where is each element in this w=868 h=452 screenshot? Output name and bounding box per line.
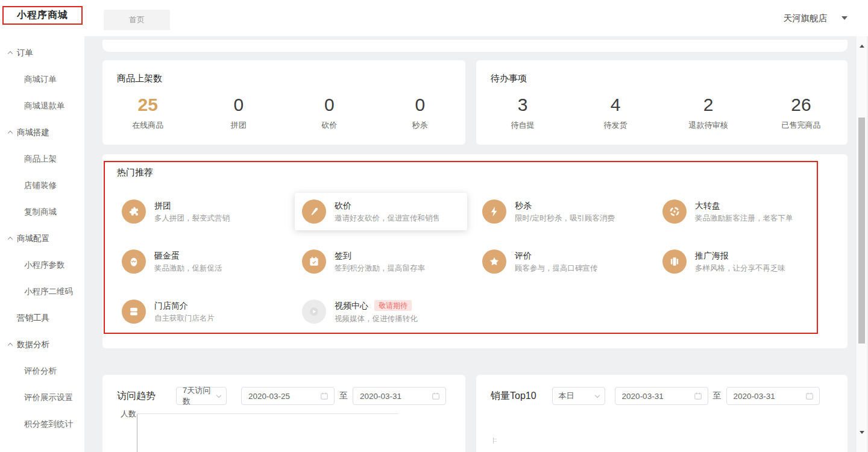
visit-date-from[interactable]: 2020-03-25	[241, 387, 335, 405]
main-content: 商品上架数 25 在线商品 0 拼团 0 砍价 0 秒杀	[84, 36, 868, 452]
stat-label: 在线商品	[102, 120, 193, 131]
hot-item-golden-egg[interactable]: 砸金蛋 奖品激励，促新促活	[115, 243, 287, 280]
sidebar-item-miniprogram-params[interactable]: 小程序参数	[0, 252, 84, 278]
sidebar-group-orders[interactable]: 订单	[0, 40, 84, 66]
sidebar-item-copy-mall[interactable]: 复制商城	[0, 199, 84, 225]
hot-item-desc: 奖品激励新客注册，老客下单	[695, 215, 793, 222]
sidebar-item-label: 小程序参数	[24, 260, 65, 271]
scroll-down-arrow[interactable]	[857, 431, 867, 434]
sidebar-item-review-analysis[interactable]: 评价分析	[0, 358, 84, 385]
sidebar-item-mall-refunds[interactable]: 商城退款单	[0, 93, 84, 119]
sidebar-item-marketing-tools[interactable]: 营销工具	[0, 305, 84, 331]
date-value: 2020-03-31	[734, 392, 775, 401]
sidebar-item-label: 商城订单	[24, 74, 57, 85]
chart-y-axis	[137, 413, 137, 452]
hot-item-title: 秒杀	[515, 201, 532, 210]
hot-item-desc: 奖品激励，促新促活	[154, 265, 222, 272]
stat-label: 退款待审核	[662, 120, 755, 131]
visit-range-select[interactable]: 7天访问数	[176, 387, 227, 405]
sales-date-to[interactable]: 2020-03-31	[726, 387, 820, 405]
visit-date-to[interactable]: 2020-03-31	[353, 387, 446, 405]
chevron-up-icon	[8, 131, 13, 136]
hot-item-bargain[interactable]: 砍价 邀请好友砍价，促进宣传和销售	[295, 193, 467, 230]
sidebar-item-label: 数据分析	[17, 339, 49, 350]
hot-item-lucky-wheel[interactable]: 大转盘 奖品激励新客注册，老客下单	[655, 193, 828, 230]
chevron-down-icon	[594, 392, 599, 397]
hot-item-promo-poster[interactable]: 推广海报 多样风格，让分享不再乏味	[655, 243, 828, 280]
hot-item-title: 大转盘	[695, 201, 720, 210]
date-to-label: 至	[339, 391, 348, 401]
scrollbar[interactable]	[857, 36, 867, 452]
hot-item-desc: 邀请好友砍价，促进宣传和销售	[335, 215, 440, 222]
sidebar-item-miniprogram-qrcode[interactable]: 小程序二维码	[0, 278, 84, 305]
card-title: 待办事项	[476, 60, 848, 84]
stat-value: 4	[569, 95, 662, 115]
chevron-up-icon	[8, 51, 13, 56]
sidebar-group-mall-config[interactable]: 商城配置	[0, 225, 84, 252]
stat-label: 待发货	[569, 120, 662, 131]
y-axis-label: 人数	[121, 409, 136, 419]
hot-item-check-in[interactable]: 签到 签到积分激励，提高留存率	[295, 243, 467, 280]
hot-item-desc: 多样风格，让分享不再乏味	[695, 265, 785, 272]
sidebar: 小程序商城 订单 商城订单 商城退款单 商城搭建 商品上架 店铺装修	[0, 0, 84, 452]
puzzle-icon	[122, 199, 146, 224]
tab-home-label: 首页	[129, 14, 145, 25]
hot-item-flash-sale[interactable]: 秒杀 限时/定时秒杀，吸引顾客消费	[475, 193, 647, 230]
star-icon	[482, 250, 506, 274]
top-header: 首页 天河旗舰店	[84, 0, 868, 36]
stat-flash-sale: 0 秒杀	[375, 95, 466, 131]
hot-item-desc: 限时/定时秒杀，吸引顾客消费	[515, 215, 615, 222]
tab-home[interactable]: 首页	[104, 10, 170, 30]
stat-value: 26	[755, 95, 848, 115]
hot-item-title: 评价	[515, 251, 532, 260]
stat-online-products: 25 在线商品	[102, 95, 193, 131]
sidebar-item-mall-orders[interactable]: 商城订单	[0, 66, 84, 93]
chevron-up-icon	[8, 237, 13, 242]
stat-label: 已售完商品	[755, 120, 848, 131]
stat-label: 待自提	[476, 120, 569, 131]
calendar-icon	[432, 392, 440, 400]
card-title: 销量Top10	[491, 390, 536, 403]
sidebar-group-data-analysis[interactable]: 数据分析	[0, 331, 84, 358]
sidebar-item-label: 复制商城	[24, 207, 57, 218]
sales-date-from[interactable]: 2020-03-31	[615, 387, 708, 405]
sidebar-item-label: 积分签到统计	[24, 419, 73, 430]
stat-label: 秒杀	[375, 120, 466, 131]
stat-value: 0	[284, 95, 375, 115]
triangle-up-icon	[860, 45, 864, 48]
poster-icon	[662, 250, 687, 274]
sidebar-item-review-display-settings[interactable]: 评价展示设置	[0, 385, 84, 411]
hot-item-review[interactable]: 评价 顾客参与，提高口碑宣传	[475, 243, 647, 280]
sidebar-group-mall-setup[interactable]: 商城搭建	[0, 119, 84, 146]
scrollbar-thumb[interactable]	[858, 118, 865, 344]
hot-item-group-buy[interactable]: 拼团 多人拼团，裂变式营销	[115, 193, 287, 230]
date-value: 2020-03-31	[360, 392, 401, 401]
storefront-icon	[122, 300, 146, 324]
sales-range-select[interactable]: 本日	[552, 387, 605, 405]
date-value: 2020-03-25	[248, 392, 290, 401]
sidebar-item-product-listing[interactable]: 商品上架	[0, 146, 84, 172]
hot-item-desc: 自主获取门店名片	[154, 315, 215, 322]
coming-soon-badge: 敬请期待	[374, 300, 412, 311]
sidebar-item-points-checkin-stats[interactable]: 积分签到统计	[0, 411, 84, 438]
wheel-icon	[662, 199, 687, 224]
visit-trend-card: 访问趋势 7天访问数 2020-03-25 至 2020-03-31 人数	[102, 375, 465, 452]
scroll-up-arrow[interactable]	[857, 45, 867, 48]
hot-item-store-profile[interactable]: 门店简介 自主获取门店名片	[115, 293, 287, 330]
sidebar-item-label: 小程序二维码	[24, 286, 73, 297]
hot-item-title: 砸金蛋	[154, 251, 180, 260]
store-switcher[interactable]: 天河旗舰店	[784, 0, 848, 36]
calendar-icon	[694, 392, 702, 400]
calendar-check-icon	[302, 250, 326, 274]
hot-item-video-center[interactable]: 视频中心 敬请期待 视频媒体，促进传播转化	[295, 293, 467, 330]
sidebar-item-label: 商品上架	[24, 154, 57, 165]
product-listing-card: 商品上架数 25 在线商品 0 拼团 0 砍价 0 秒杀	[102, 60, 465, 145]
stat-pending-pickup: 3 待自提	[476, 95, 569, 131]
chevron-down-icon	[216, 392, 221, 397]
stats-row: 25 在线商品 0 拼团 0 砍价 0 秒杀	[102, 95, 465, 131]
sidebar-item-shop-decoration[interactable]: 店铺装修	[0, 172, 84, 199]
sidebar-item-label: 店铺装修	[24, 180, 57, 191]
sidebar-item-label: 订单	[17, 48, 33, 58]
todo-card: 待办事项 3 待自提 4 待发货 2 退款待审核 26 已售完商品	[476, 60, 848, 145]
stat-label: 拼团	[193, 120, 285, 131]
